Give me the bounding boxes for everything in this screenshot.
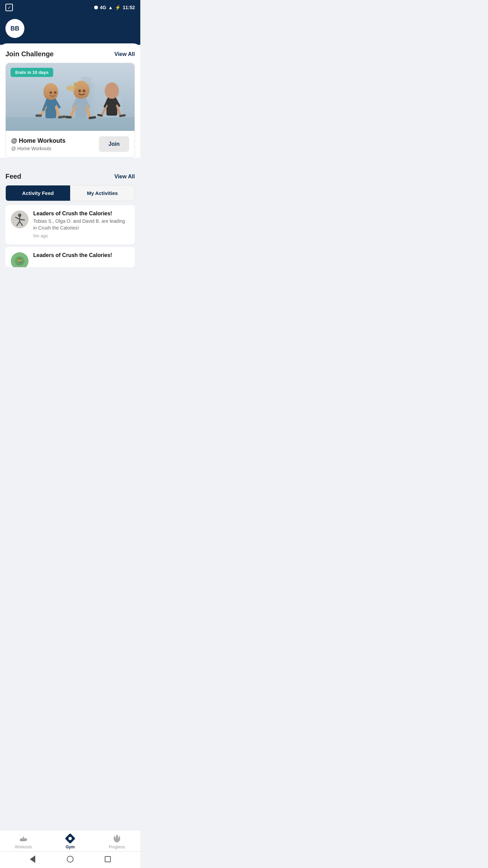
feed-section: Feed View All Activity Feed My Activitie… xyxy=(0,166,140,314)
svg-line-18 xyxy=(90,117,95,118)
notification-icon xyxy=(5,4,13,11)
network-label: 4G xyxy=(100,5,106,10)
join-challenge-header: Join Challenge View All xyxy=(5,50,135,58)
svg-point-30 xyxy=(54,91,57,94)
join-challenge-title: Join Challenge xyxy=(5,50,54,58)
feed-header: Feed View All xyxy=(5,173,135,180)
join-challenge-view-all[interactable]: View All xyxy=(115,51,135,57)
svg-line-17 xyxy=(66,117,70,117)
feed-view-all[interactable]: View All xyxy=(115,174,135,180)
feed-content-2: Leaders of Crush the Calories! xyxy=(33,252,112,260)
feed-item-title-1: Leaders of Crush the Calories! xyxy=(33,211,129,217)
feed-item-2: 🏃 Leaders of Crush the Calories! xyxy=(5,247,135,267)
tab-activity-feed[interactable]: Activity Feed xyxy=(6,185,70,201)
feed-item-desc-1: Tobias S., Olga O. and David B. are lead… xyxy=(33,218,129,231)
challenge-text: @ Home Workouts @ Home Workouts xyxy=(11,137,65,151)
svg-point-21 xyxy=(105,82,119,99)
challenge-card: Ends in 10 days @ Home Workouts @ Home W… xyxy=(5,63,135,158)
svg-line-25 xyxy=(98,115,102,116)
join-button[interactable]: Join xyxy=(99,136,129,152)
feed-item: Leaders of Crush the Calories! Tobias S.… xyxy=(5,205,135,244)
status-left xyxy=(5,4,13,11)
bluetooth-icon: ⬢ xyxy=(94,5,98,10)
feed-avatar-2: 🏃 xyxy=(11,252,28,267)
signal-icon: ▲ xyxy=(108,5,113,10)
avatar: BB xyxy=(5,19,24,38)
header: BB xyxy=(0,15,140,45)
challenge-subtitle: @ Home Workouts xyxy=(11,146,65,151)
tab-my-activities[interactable]: My Activities xyxy=(70,185,135,201)
status-bar: ⬢ 4G ▲ ⚡ 11:52 xyxy=(0,0,140,15)
challenge-info: @ Home Workouts @ Home Workouts Join xyxy=(6,131,135,157)
feed-item-time-1: 0m ago xyxy=(33,233,48,238)
join-challenge-section: Join Challenge View All xyxy=(0,43,140,158)
time-label: 11:52 xyxy=(123,5,135,10)
challenge-title: @ Home Workouts xyxy=(11,137,65,144)
svg-point-34 xyxy=(18,214,21,217)
svg-rect-1 xyxy=(6,117,135,131)
ends-badge: Ends in 10 days xyxy=(11,68,53,77)
feed-item-title-2: Leaders of Crush the Calories! xyxy=(33,252,112,258)
svg-line-26 xyxy=(120,115,125,116)
outdoor-activity-icon: 🏃 xyxy=(11,252,28,267)
svg-text:🏃: 🏃 xyxy=(16,258,24,265)
feed-avatar-1 xyxy=(11,211,28,228)
svg-line-10 xyxy=(59,117,64,117)
svg-point-29 xyxy=(49,91,52,94)
main-content: Join Challenge View All xyxy=(0,43,140,158)
challenge-image: Ends in 10 days xyxy=(6,63,135,131)
feed-tabs: Activity Feed My Activities xyxy=(5,185,135,201)
status-right: ⬢ 4G ▲ ⚡ 11:52 xyxy=(94,5,135,10)
battery-icon: ⚡ xyxy=(115,5,121,10)
yoga-pose-icon xyxy=(11,211,28,228)
svg-line-37 xyxy=(20,219,24,220)
feed-title: Feed xyxy=(5,173,21,180)
feed-content-1: Leaders of Crush the Calories! Tobias S.… xyxy=(33,211,129,239)
svg-point-32 xyxy=(83,90,85,92)
svg-point-31 xyxy=(78,90,81,92)
